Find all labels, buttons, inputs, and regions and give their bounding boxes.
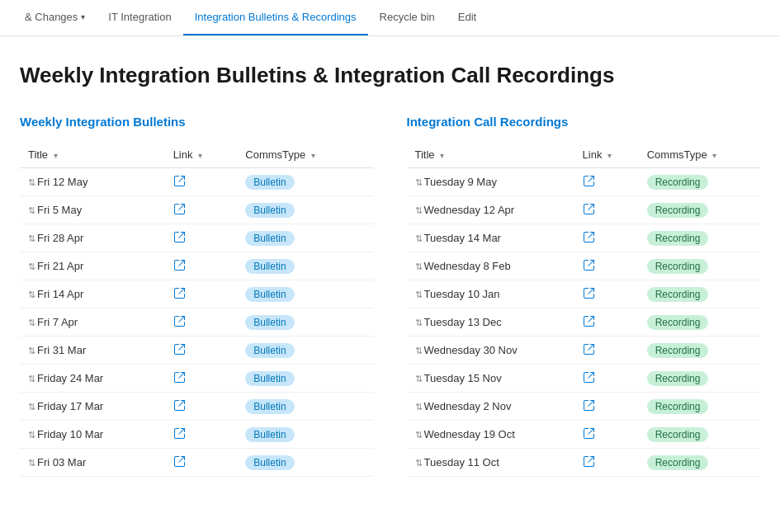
external-link-icon[interactable] bbox=[173, 174, 187, 190]
bulletin-link-cell[interactable] bbox=[165, 337, 238, 365]
table-row: ⇅Tuesday 11 Oct Recording bbox=[407, 449, 761, 477]
bulletins-table: Title ▾ Link ▾ CommsType ▾ bbox=[20, 142, 374, 477]
external-link-icon[interactable] bbox=[583, 174, 596, 190]
recordings-col-comms[interactable]: CommsType ▾ bbox=[639, 142, 760, 168]
row-sort-icon: ⇅ bbox=[415, 402, 423, 412]
recordings-col-title[interactable]: Title ▾ bbox=[407, 142, 574, 168]
external-link-icon[interactable] bbox=[173, 342, 187, 358]
recording-comms-cell: Recording bbox=[639, 449, 760, 477]
bulletin-comms-cell: Bulletin bbox=[237, 337, 373, 365]
recordings-col-link[interactable]: Link ▾ bbox=[574, 142, 639, 168]
nav-label-recycle-bin: Recycle bin bbox=[380, 11, 435, 23]
comms-badge: Recording bbox=[647, 231, 709, 246]
bulletin-link-cell[interactable] bbox=[165, 393, 238, 421]
external-link-icon[interactable] bbox=[583, 314, 596, 330]
bulletin-link-cell[interactable] bbox=[165, 252, 238, 280]
nav-item-changes[interactable]: & Changes ▾ bbox=[13, 0, 97, 35]
bulletins-col-link[interactable]: Link ▾ bbox=[165, 142, 238, 168]
bulletin-link-cell[interactable] bbox=[165, 365, 238, 393]
bulletins-col-title[interactable]: Title ▾ bbox=[20, 142, 165, 168]
recording-comms-cell: Recording bbox=[639, 365, 760, 393]
nav-item-edit[interactable]: Edit bbox=[447, 0, 488, 35]
row-sort-icon: ⇅ bbox=[28, 402, 35, 412]
recording-title-cell: ⇅Tuesday 11 Oct bbox=[407, 449, 574, 477]
external-link-icon[interactable] bbox=[173, 370, 187, 386]
bulletin-link-cell[interactable] bbox=[165, 168, 238, 196]
recording-link-cell[interactable] bbox=[574, 421, 639, 449]
bulletin-comms-cell: Bulletin bbox=[237, 168, 373, 196]
bulletin-link-cell[interactable] bbox=[165, 421, 238, 449]
recording-title-cell: ⇅Tuesday 13 Dec bbox=[407, 308, 574, 337]
bulletin-title-cell: ⇅Fri 21 Apr bbox=[20, 252, 165, 280]
nav-item-recycle-bin[interactable]: Recycle bin bbox=[368, 0, 447, 35]
external-link-icon[interactable] bbox=[583, 258, 596, 274]
external-link-icon[interactable] bbox=[583, 370, 596, 386]
table-row: ⇅Friday 17 Mar Bulletin bbox=[20, 393, 374, 421]
external-link-icon[interactable] bbox=[173, 202, 187, 218]
bulletin-link-cell[interactable] bbox=[165, 224, 238, 252]
recording-link-cell[interactable] bbox=[574, 337, 639, 365]
comms-badge: Recording bbox=[647, 427, 709, 442]
comms-badge: Recording bbox=[647, 259, 709, 274]
bulletin-title-cell: ⇅Friday 17 Mar bbox=[20, 393, 165, 421]
comms-badge: Bulletin bbox=[245, 203, 294, 218]
recording-link-cell[interactable] bbox=[574, 449, 639, 477]
comms-badge: Bulletin bbox=[245, 315, 294, 330]
bulletin-comms-cell: Bulletin bbox=[237, 308, 373, 337]
comms-badge: Recording bbox=[647, 399, 709, 414]
bulletins-col-comms[interactable]: CommsType ▾ bbox=[237, 142, 373, 168]
navigation: & Changes ▾ IT Integration Integration B… bbox=[0, 0, 780, 36]
recording-link-cell[interactable] bbox=[574, 365, 639, 393]
recording-link-cell[interactable] bbox=[574, 280, 639, 308]
external-link-icon[interactable] bbox=[583, 202, 596, 218]
external-link-icon[interactable] bbox=[583, 426, 596, 442]
comms-badge: Recording bbox=[647, 343, 709, 358]
recording-link-cell[interactable] bbox=[574, 252, 639, 280]
sort-icon-title-right: ▾ bbox=[440, 151, 444, 160]
recording-link-cell[interactable] bbox=[574, 224, 639, 252]
external-link-icon[interactable] bbox=[583, 286, 596, 302]
recording-title-cell: ⇅Tuesday 9 May bbox=[407, 168, 574, 196]
row-sort-icon: ⇅ bbox=[28, 205, 35, 215]
comms-badge: Recording bbox=[647, 287, 709, 302]
bulletin-link-cell[interactable] bbox=[165, 196, 238, 224]
external-link-icon[interactable] bbox=[583, 454, 596, 470]
bulletin-title-cell: ⇅Fri 14 Apr bbox=[20, 280, 165, 308]
comms-badge: Bulletin bbox=[245, 371, 294, 386]
table-row: ⇅Fri 5 May Bulletin bbox=[20, 196, 374, 224]
comms-badge: Bulletin bbox=[245, 259, 294, 274]
external-link-icon[interactable] bbox=[173, 230, 187, 246]
external-link-icon[interactable] bbox=[583, 342, 596, 358]
recordings-header-row: Title ▾ Link ▾ CommsType ▾ bbox=[407, 142, 761, 168]
recording-link-cell[interactable] bbox=[574, 196, 639, 224]
external-link-icon[interactable] bbox=[583, 398, 596, 414]
external-link-icon[interactable] bbox=[173, 426, 187, 442]
bulletin-comms-cell: Bulletin bbox=[237, 365, 373, 393]
recording-link-cell[interactable] bbox=[574, 168, 639, 196]
external-link-icon[interactable] bbox=[173, 454, 187, 470]
bulletin-link-cell[interactable] bbox=[165, 308, 238, 337]
table-row: ⇅Tuesday 14 Mar Recording bbox=[407, 224, 761, 252]
recording-title-cell: ⇅Wednesday 19 Oct bbox=[407, 421, 574, 449]
nav-item-integration-bulletins[interactable]: Integration Bulletins & Recordings bbox=[183, 0, 368, 35]
row-sort-icon: ⇅ bbox=[415, 458, 423, 468]
table-row: ⇅Fri 03 Mar Bulletin bbox=[20, 449, 374, 477]
table-row: ⇅Fri 21 Apr Bulletin bbox=[20, 252, 374, 280]
bulletin-link-cell[interactable] bbox=[165, 449, 238, 477]
external-link-icon[interactable] bbox=[173, 286, 187, 302]
sort-icon-comms-right: ▾ bbox=[712, 151, 716, 160]
recording-link-cell[interactable] bbox=[574, 308, 639, 337]
comms-badge: Bulletin bbox=[245, 399, 294, 414]
table-row: ⇅Tuesday 9 May Recording bbox=[407, 168, 761, 196]
nav-item-it-integration[interactable]: IT Integration bbox=[97, 0, 182, 35]
recording-comms-cell: Recording bbox=[639, 196, 760, 224]
recording-link-cell[interactable] bbox=[574, 393, 639, 421]
bulletin-link-cell[interactable] bbox=[165, 280, 238, 308]
external-link-icon[interactable] bbox=[583, 230, 596, 246]
external-link-icon[interactable] bbox=[173, 314, 187, 330]
external-link-icon[interactable] bbox=[173, 398, 187, 414]
comms-badge: Recording bbox=[647, 455, 709, 470]
external-link-icon[interactable] bbox=[173, 258, 187, 274]
sort-icon-comms-left: ▾ bbox=[311, 151, 315, 160]
table-row: ⇅Fri 7 Apr Bulletin bbox=[20, 308, 374, 337]
